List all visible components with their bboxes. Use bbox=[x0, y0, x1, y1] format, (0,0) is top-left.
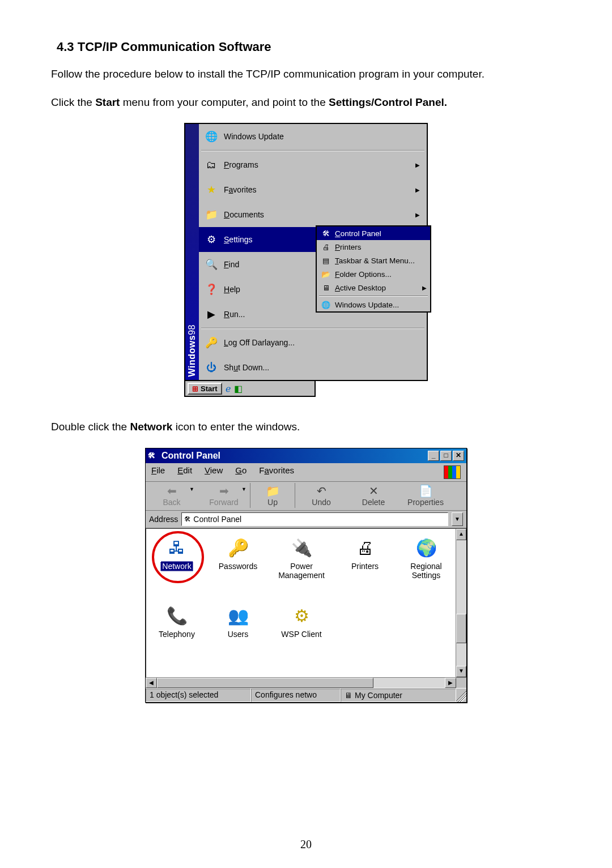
icon-pane[interactable]: 🖧 Network 🔑 Passwords 🔌 Power Management… bbox=[146, 529, 456, 677]
start-menu-windows-update[interactable]: 🌐 Windows Update bbox=[199, 124, 427, 149]
scroll-thumb[interactable] bbox=[456, 614, 466, 643]
start-menu-shutdown[interactable]: ⏻ Shut Down... bbox=[199, 355, 427, 380]
address-label: Address bbox=[149, 515, 178, 524]
start-menu-programs[interactable]: 🗂 Programs ▶ bbox=[199, 152, 427, 177]
settings-submenu: 🛠 Control Panel 🖨 Printers ▤ Taskbar & S… bbox=[316, 225, 431, 313]
dropdown-icon[interactable]: ▼ bbox=[189, 486, 194, 492]
address-bar: Address 🛠 Control Panel ▼ bbox=[146, 511, 466, 528]
users-icon: 👥 bbox=[227, 605, 249, 627]
printers-icon: 🖨 bbox=[320, 242, 332, 251]
run-icon: ▶ bbox=[203, 307, 219, 321]
status-selection: 1 object(s) selected bbox=[146, 689, 251, 702]
toolbar-undo[interactable]: ↶ Undo bbox=[295, 483, 347, 508]
scroll-track[interactable] bbox=[157, 678, 445, 688]
chevron-right-icon: ▶ bbox=[422, 285, 427, 291]
power-plug-icon: 🔌 bbox=[290, 537, 313, 559]
delete-icon: ✕ bbox=[350, 484, 397, 498]
horizontal-scrollbar[interactable]: ◀ ▶ bbox=[146, 677, 466, 688]
active-desktop-icon: 🖥 bbox=[320, 283, 332, 292]
toolbar: ⬅ Back ▼ ➡ Forward ▼ 📁 Up ↶ Undo ✕ Delet… bbox=[146, 482, 466, 511]
scroll-right-button[interactable]: ▶ bbox=[445, 678, 456, 688]
start-menu-favorites[interactable]: ★ Favorites ▶ bbox=[199, 177, 427, 202]
globe-update-icon: 🌐 bbox=[203, 130, 219, 143]
start-button[interactable]: ⊞ Start bbox=[188, 383, 222, 395]
submenu-windows-update[interactable]: 🌐 Windows Update... bbox=[317, 298, 430, 311]
window-titlebar[interactable]: 🛠 Control Panel _ □ ✕ bbox=[146, 448, 466, 463]
back-arrow-icon: ⬅ bbox=[148, 484, 196, 498]
icon-passwords[interactable]: 🔑 Passwords bbox=[210, 537, 266, 571]
forward-arrow-icon: ➡ bbox=[200, 484, 248, 498]
intro-paragraph-2: Click the Start menu from your computer,… bbox=[51, 95, 561, 110]
properties-icon: 📄 bbox=[402, 484, 449, 498]
submenu-folder-options[interactable]: 📂 Folder Options... bbox=[317, 267, 430, 281]
submenu-printers[interactable]: 🖨 Printers bbox=[317, 240, 430, 254]
close-button[interactable]: ✕ bbox=[453, 451, 464, 461]
submenu-control-panel[interactable]: 🛠 Control Panel bbox=[317, 226, 430, 240]
windows-flag-icon: ⊞ bbox=[192, 384, 198, 393]
my-computer-icon: 🖥 bbox=[345, 691, 352, 700]
settings-icon: ⚙ bbox=[203, 233, 219, 246]
address-field[interactable]: 🛠 Control Panel bbox=[181, 512, 448, 526]
chevron-right-icon: ▶ bbox=[415, 212, 422, 218]
icon-power-management[interactable]: 🔌 Power Management bbox=[273, 537, 330, 580]
programs-icon: 🗂 bbox=[203, 158, 219, 172]
submenu-taskbar[interactable]: ▤ Taskbar & Start Menu... bbox=[317, 254, 430, 267]
icon-users[interactable]: 👥 Users bbox=[210, 605, 266, 639]
maximize-button[interactable]: □ bbox=[440, 451, 452, 461]
taskbar-icon: ▤ bbox=[320, 256, 332, 265]
intro-paragraph-3: Double click the Network icon to enter t… bbox=[51, 420, 561, 434]
globe-icon: 🌍 bbox=[415, 537, 437, 559]
toolbar-delete[interactable]: ✕ Delete bbox=[347, 483, 400, 508]
toolbar-properties[interactable]: 📄 Properties bbox=[400, 483, 452, 508]
scroll-down-button[interactable]: ▼ bbox=[456, 666, 466, 677]
icon-printers[interactable]: 🖨 Printers bbox=[337, 537, 393, 571]
toolbar-forward[interactable]: ➡ Forward ▼ bbox=[198, 483, 250, 508]
icon-telephony[interactable]: 📞 Telephony bbox=[148, 605, 205, 639]
folder-options-icon: 📂 bbox=[320, 270, 332, 279]
icon-regional-settings[interactable]: 🌍 Regional Settings bbox=[398, 537, 454, 580]
vertical-scrollbar[interactable]: ▲ ▼ bbox=[456, 529, 466, 677]
status-location: 🖥 My Computer bbox=[341, 689, 456, 702]
control-panel-icon: 🛠 bbox=[320, 229, 332, 238]
address-dropdown[interactable]: ▼ bbox=[452, 512, 463, 526]
toolbar-up[interactable]: 📁 Up bbox=[250, 483, 295, 508]
start-menu-logoff[interactable]: 🔑 Log Off Darlayang... bbox=[199, 330, 427, 355]
toolbar-back[interactable]: ⬅ Back ▼ bbox=[146, 483, 198, 508]
menu-bar: File Edit View Go Favorites bbox=[146, 463, 466, 482]
scroll-track[interactable] bbox=[456, 540, 466, 666]
figure-control-panel-window: 🛠 Control Panel _ □ ✕ File Edit View Go … bbox=[145, 448, 467, 703]
menu-edit[interactable]: Edit bbox=[177, 465, 192, 479]
chevron-right-icon: ▶ bbox=[415, 187, 422, 193]
telephone-icon: 📞 bbox=[165, 605, 188, 627]
scroll-up-button[interactable]: ▲ bbox=[456, 529, 466, 540]
control-panel-icon: 🛠 bbox=[148, 451, 158, 460]
intro-paragraph-1: Follow the procedure below to install th… bbox=[51, 67, 561, 82]
chevron-right-icon: ▶ bbox=[415, 162, 422, 168]
menu-favorites[interactable]: Favorites bbox=[259, 465, 294, 479]
minimize-button[interactable]: _ bbox=[428, 451, 439, 461]
start-menu-documents[interactable]: 📁 Documents ▶ bbox=[199, 202, 427, 227]
menu-view[interactable]: View bbox=[205, 465, 223, 479]
control-panel-icon: 🛠 bbox=[184, 515, 191, 523]
quicklaunch-desktop-icon[interactable]: ◧ bbox=[234, 383, 243, 394]
scroll-thumb[interactable] bbox=[157, 678, 373, 688]
menu-go[interactable]: Go bbox=[235, 465, 246, 479]
shutdown-icon: ⏻ bbox=[203, 361, 219, 374]
submenu-active-desktop[interactable]: 🖥 Active Desktop ▶ bbox=[317, 281, 430, 294]
dropdown-icon[interactable]: ▼ bbox=[241, 486, 246, 492]
help-icon: ❓ bbox=[203, 283, 219, 296]
status-bar: 1 object(s) selected Configures netwo 🖥 … bbox=[146, 688, 466, 702]
quicklaunch-ie-icon[interactable]: ℯ bbox=[226, 383, 231, 394]
section-heading: 4.3 TCP/IP Communication Software bbox=[57, 40, 561, 54]
printer-icon: 🖨 bbox=[354, 537, 376, 559]
network-icon: 🖧 bbox=[165, 537, 188, 559]
favorites-icon: ★ bbox=[203, 183, 219, 196]
figure-start-menu: Windows98 🌐 Windows Update 🗂 Programs ▶ … bbox=[184, 123, 428, 397]
scroll-left-button[interactable]: ◀ bbox=[146, 678, 157, 688]
icon-wsp-client[interactable]: ⚙ WSP Client bbox=[273, 605, 330, 639]
icon-network[interactable]: 🖧 Network bbox=[148, 537, 205, 571]
resize-grip[interactable] bbox=[456, 689, 466, 702]
scroll-corner bbox=[456, 678, 466, 688]
globe-update-icon: 🌐 bbox=[320, 300, 332, 309]
menu-file[interactable]: File bbox=[151, 465, 165, 479]
